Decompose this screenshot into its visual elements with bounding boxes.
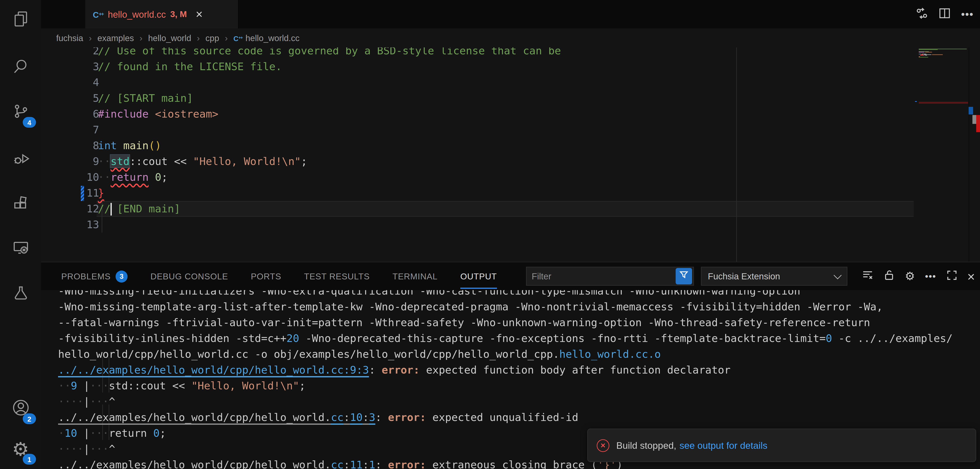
breadcrumb-item[interactable]: hello_world xyxy=(148,33,191,43)
toast-message: Build stopped, xyxy=(616,440,676,451)
output-file-link[interactable]: cc xyxy=(331,411,344,423)
panel-header: PROBLEMS 3 DEBUG CONSOLE PORTS TEST RESU… xyxy=(41,262,980,290)
minimap-modified-indicator xyxy=(915,101,917,102)
panel-tab-terminal[interactable]: TERMINAL xyxy=(393,262,438,290)
minimap-border xyxy=(969,48,969,262)
activity-bar: 4 2 ⚙ 1 xyxy=(0,0,42,469)
code-line[interactable]: 4 xyxy=(41,75,980,90)
minimap[interactable] xyxy=(914,48,969,262)
line-number: 4 xyxy=(60,75,99,90)
sidebar-item-testing[interactable] xyxy=(0,278,41,311)
sidebar-item-search[interactable] xyxy=(0,51,41,84)
more-actions-icon[interactable]: ••• xyxy=(925,272,936,281)
panel-tab-problems[interactable]: PROBLEMS 3 xyxy=(61,262,128,290)
close-panel-icon[interactable]: × xyxy=(967,270,975,283)
open-changes-icon[interactable] xyxy=(916,7,928,22)
source-control-badge: 4 xyxy=(23,117,36,128)
breadcrumb-item[interactable]: fuchsia xyxy=(56,33,83,43)
line-number: 8 xyxy=(60,138,99,153)
split-editor-icon[interactable] xyxy=(939,7,951,21)
run-debug-icon xyxy=(12,150,29,170)
editor-actions: ••• xyxy=(916,0,974,29)
overview-ruler-modified-mark xyxy=(969,107,973,115)
output-line: ··9 |···std::cout << "Hello, World!\n"; xyxy=(58,378,305,394)
line-number: 12 xyxy=(60,201,99,217)
breadcrumb-separator: › xyxy=(197,33,200,43)
output-file-link[interactable]: : xyxy=(344,458,350,469)
output-file-link[interactable]: 1 xyxy=(369,458,375,469)
output-line: ····|···^ xyxy=(58,394,115,410)
funnel-icon xyxy=(679,271,688,282)
code-line[interactable]: 3// found in the LICENSE file. xyxy=(41,59,980,75)
text-cursor xyxy=(110,203,112,215)
panel-tab-label: TEST RESULTS xyxy=(304,271,370,281)
code-editor[interactable]: 2// Use of this source code is governed … xyxy=(41,48,980,262)
notification-toast[interactable]: × Build stopped, see output for details xyxy=(587,429,976,462)
code-line[interactable]: 8int main() xyxy=(41,138,980,153)
sidebar-item-accounts[interactable]: 2 xyxy=(0,392,41,425)
breadcrumb: fuchsia › examples › hello_world › cpp ›… xyxy=(41,29,980,48)
output-file-link[interactable]: ../../examples/hello_world/cpp/hello_wor… xyxy=(58,458,331,469)
line-number: 3 xyxy=(60,59,99,75)
output-channel-dropdown[interactable]: Fuchsia Extension xyxy=(701,267,847,286)
tab-problem-badge: 3, M xyxy=(170,10,187,19)
code-line[interactable]: 10··return 0; xyxy=(41,169,980,185)
breadcrumb-separator: › xyxy=(225,33,228,43)
output-channel-value: Fuchsia Extension xyxy=(708,271,780,281)
sidebar-item-explorer[interactable] xyxy=(0,4,41,37)
code-line[interactable]: 2// Use of this source code is governed … xyxy=(41,48,980,59)
overview-ruler-error-mark xyxy=(976,115,980,132)
output-file-link[interactable]: cc xyxy=(331,458,344,469)
tab-close-icon[interactable]: × xyxy=(196,8,203,20)
sidebar-item-source-control[interactable]: 4 xyxy=(0,96,41,129)
output-file-link[interactable]: : xyxy=(363,458,369,469)
sidebar-item-extensions[interactable] xyxy=(0,188,41,220)
minimap-error-line-highlight xyxy=(919,102,968,104)
sidebar-item-settings[interactable]: ⚙ 1 xyxy=(0,433,41,466)
unlock-icon[interactable] xyxy=(883,269,895,283)
search-icon xyxy=(12,57,29,78)
maximize-panel-icon[interactable] xyxy=(946,270,957,283)
panel-tab-debug-console[interactable]: DEBUG CONSOLE xyxy=(151,262,228,290)
code-line[interactable]: 13 xyxy=(41,217,980,233)
code-line[interactable]: 6#include <iostream> xyxy=(41,106,980,122)
settings-gear-icon[interactable]: ⚙ xyxy=(905,271,915,282)
breadcrumb-item[interactable]: examples xyxy=(97,33,134,43)
output-file-link[interactable]: 11 xyxy=(350,458,363,469)
output-file-link[interactable]: 3 xyxy=(369,411,375,423)
toast-link[interactable]: see output for details xyxy=(679,440,767,451)
line-number: 7 xyxy=(60,122,99,138)
code-line[interactable]: 11} xyxy=(41,185,980,201)
output-file-link[interactable]: : xyxy=(344,411,350,423)
breadcrumb-item[interactable]: cpp xyxy=(205,33,219,43)
output-line: -Wno-missing-template-arg-list-after-tem… xyxy=(58,299,883,315)
filter-button[interactable] xyxy=(676,268,692,284)
cpp-file-icon: C++ xyxy=(234,33,242,43)
code-line[interactable]: 5// [START main] xyxy=(41,90,980,106)
output-file-link[interactable]: 10 xyxy=(350,411,363,423)
panel-tab-label: PORTS xyxy=(251,271,282,281)
panel-tab-test-results[interactable]: TEST RESULTS xyxy=(304,262,370,290)
sidebar-item-remote-explorer[interactable] xyxy=(0,233,41,265)
code-line[interactable]: 7 xyxy=(41,122,980,138)
files-icon xyxy=(12,10,29,30)
panel-action-icons: ⚙ ••• × xyxy=(862,262,975,290)
more-actions-icon[interactable]: ••• xyxy=(961,9,974,20)
output-file-link[interactable]: ../../examples/hello_world/cpp/hello_wor… xyxy=(58,411,331,423)
panel-tab-output[interactable]: OUTPUT xyxy=(460,262,497,290)
output-line: hello_world/cpp/hello_world.cc -o obj/ex… xyxy=(58,346,661,362)
filter-input[interactable] xyxy=(527,271,676,281)
output-file-link[interactable]: ../../examples/hello_world/cpp/hello_wor… xyxy=(58,364,369,376)
tab-title: hello_world.cc xyxy=(108,9,166,19)
code-line[interactable]: 12// [END main] xyxy=(41,201,980,217)
tab-hello-world-cc[interactable]: C++ hello_world.cc 3, M × xyxy=(85,0,239,29)
clear-output-icon[interactable] xyxy=(862,269,873,283)
breadcrumb-file[interactable]: hello_world.cc xyxy=(245,33,299,43)
output-line: ../../examples/hello_world/cpp/hello_wor… xyxy=(58,457,623,469)
cpp-file-icon: C++ xyxy=(93,9,103,20)
sidebar-item-run-debug[interactable] xyxy=(0,144,41,176)
panel-tab-ports[interactable]: PORTS xyxy=(251,262,282,290)
settings-badge: 1 xyxy=(23,454,36,464)
output-file-link[interactable]: : xyxy=(363,411,369,423)
code-line[interactable]: 9··std::cout << "Hello, World!\n"; xyxy=(41,153,980,169)
